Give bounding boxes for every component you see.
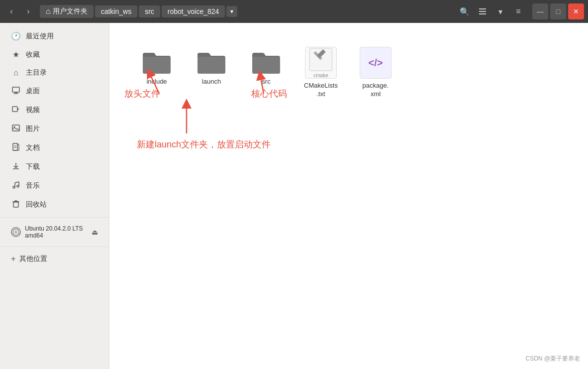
home-icon: ⌂ bbox=[11, 68, 21, 77]
breadcrumb-dropdown[interactable]: ▾ bbox=[226, 6, 237, 17]
file-area: include launch bbox=[109, 23, 588, 369]
folder-icon-include bbox=[141, 47, 173, 75]
sidebar-label-pictures: 图片 bbox=[26, 124, 40, 133]
sidebar-label-desktop: 桌面 bbox=[26, 87, 40, 96]
cmake-icon: cmake bbox=[305, 47, 337, 79]
bookmarks-icon: ★ bbox=[11, 50, 21, 59]
documents-icon bbox=[11, 143, 21, 153]
titlebar: ‹ › ⌂ 用户文件夹 catkin_ws src robot_voice_82… bbox=[0, 0, 588, 23]
svg-line-19 bbox=[15, 182, 19, 183]
svg-rect-1 bbox=[479, 11, 486, 12]
svg-rect-10 bbox=[13, 143, 17, 150]
maximize-button[interactable]: □ bbox=[550, 3, 566, 19]
sidebar-divider bbox=[0, 217, 109, 218]
file-item-src[interactable]: src bbox=[244, 43, 289, 90]
home-icon: ⌂ bbox=[46, 7, 51, 16]
annotation-launch-text: 新建launch文件夹，放置启动文件 bbox=[137, 139, 271, 149]
sidebar-item-pictures[interactable]: 图片 bbox=[3, 120, 106, 138]
sidebar-label-bookmarks: 收藏 bbox=[26, 50, 40, 59]
breadcrumb-src[interactable]: src bbox=[139, 5, 160, 17]
main-area: 🕐 最近使用 ★ 收藏 ⌂ 主目录 桌面 视频 图片 bbox=[0, 23, 588, 369]
file-label-src: src bbox=[262, 78, 270, 86]
back-button[interactable]: ‹ bbox=[4, 4, 19, 19]
sidebar: 🕐 最近使用 ★ 收藏 ⌂ 主目录 桌面 视频 图片 bbox=[0, 23, 109, 369]
file-label-launch: launch bbox=[202, 78, 221, 86]
sidebar-label-trash: 回收站 bbox=[26, 200, 47, 209]
device-label: Ubuntu 20.04.2.0 LTS amd64 bbox=[25, 225, 88, 239]
svg-rect-5 bbox=[13, 94, 18, 94]
videos-icon bbox=[11, 105, 21, 115]
sidebar-item-recent[interactable]: 🕐 最近使用 bbox=[3, 27, 106, 45]
sidebar-item-desktop[interactable]: 桌面 bbox=[3, 82, 106, 100]
titlebar-actions: 🔍 ▾ ≡ bbox=[457, 3, 526, 19]
sidebar-item-bookmarks[interactable]: ★ 收藏 bbox=[3, 46, 106, 63]
svg-rect-0 bbox=[479, 8, 486, 9]
sidebar-item-trash[interactable]: 回收站 bbox=[3, 196, 106, 214]
close-button[interactable]: ✕ bbox=[568, 3, 584, 19]
music-icon bbox=[11, 181, 21, 191]
sidebar-label-recent: 最近使用 bbox=[26, 32, 54, 41]
breadcrumb: ⌂ 用户文件夹 catkin_ws src robot_voice_824 ▾ bbox=[40, 5, 239, 18]
sidebar-label-documents: 文档 bbox=[26, 143, 40, 152]
file-label-package: package.xml bbox=[363, 82, 389, 99]
folder-icon-launch bbox=[196, 47, 227, 75]
sidebar-item-home[interactable]: ⌂ 主目录 bbox=[3, 64, 106, 81]
cmake-text: cmake bbox=[313, 73, 328, 78]
file-label-include: include bbox=[146, 78, 167, 86]
svg-rect-4 bbox=[14, 93, 17, 94]
device-icon bbox=[11, 227, 21, 237]
window-controls: — □ ✕ bbox=[532, 3, 584, 19]
view-dropdown-button[interactable]: ▾ bbox=[492, 3, 508, 19]
folder-icon-src bbox=[250, 47, 282, 75]
sidebar-device-ubuntu[interactable]: Ubuntu 20.04.2.0 LTS amd64 ⏏ bbox=[3, 221, 106, 243]
sidebar-divider-2 bbox=[0, 246, 109, 247]
sidebar-item-music[interactable]: 音乐 bbox=[3, 177, 106, 195]
breadcrumb-src-label: src bbox=[145, 7, 154, 15]
breadcrumb-catkin-label: catkin_ws bbox=[101, 7, 131, 15]
view-list-button[interactable] bbox=[475, 3, 490, 19]
downloads-icon bbox=[11, 162, 21, 172]
xml-tag-icon: </> bbox=[369, 57, 383, 69]
svg-rect-8 bbox=[12, 125, 19, 131]
minimize-button[interactable]: — bbox=[532, 3, 548, 19]
file-item-cmake[interactable]: cmake CMakeLists.txt bbox=[298, 43, 343, 103]
file-item-include[interactable]: include bbox=[134, 43, 179, 90]
svg-point-26 bbox=[15, 231, 17, 233]
breadcrumb-home[interactable]: ⌂ 用户文件夹 bbox=[40, 5, 94, 18]
forward-button[interactable]: › bbox=[21, 4, 36, 19]
breadcrumb-robot-label: robot_voice_824 bbox=[168, 7, 219, 15]
sidebar-label-downloads: 下载 bbox=[26, 162, 40, 171]
breadcrumb-home-label: 用户文件夹 bbox=[53, 7, 88, 16]
breadcrumb-catkin[interactable]: catkin_ws bbox=[95, 5, 137, 17]
menu-button[interactable]: ≡ bbox=[510, 3, 526, 19]
sidebar-item-documents[interactable]: 文档 bbox=[3, 139, 106, 157]
sidebar-item-other-places[interactable]: + 其他位置 bbox=[3, 250, 106, 267]
search-button[interactable]: 🔍 bbox=[457, 3, 473, 19]
watermark: CSDN @栗子要养老 bbox=[525, 355, 580, 363]
sidebar-label-music: 音乐 bbox=[26, 181, 40, 190]
svg-rect-2 bbox=[479, 13, 486, 14]
other-places-label: 其他位置 bbox=[19, 254, 47, 263]
files-grid: include launch bbox=[119, 33, 578, 103]
eject-button[interactable]: ⏏ bbox=[92, 228, 98, 236]
file-item-launch[interactable]: launch bbox=[189, 43, 234, 90]
sidebar-label-videos: 视频 bbox=[26, 106, 40, 115]
breadcrumb-robot[interactable]: robot_voice_824 bbox=[162, 5, 225, 17]
sidebar-item-videos[interactable]: 视频 bbox=[3, 101, 106, 119]
recent-icon: 🕐 bbox=[11, 31, 21, 41]
svg-marker-7 bbox=[17, 108, 19, 110]
svg-rect-20 bbox=[13, 202, 18, 207]
desktop-icon bbox=[11, 86, 21, 96]
svg-rect-3 bbox=[12, 87, 19, 92]
svg-rect-6 bbox=[12, 107, 17, 112]
trash-icon bbox=[11, 200, 21, 210]
pictures-icon bbox=[11, 124, 21, 134]
other-places-icon: + bbox=[11, 254, 15, 263]
sidebar-item-downloads[interactable]: 下载 bbox=[3, 158, 106, 176]
xml-icon: </> bbox=[360, 47, 392, 79]
sidebar-label-home: 主目录 bbox=[26, 68, 47, 77]
list-view-icon bbox=[478, 7, 487, 16]
file-label-cmake: CMakeLists.txt bbox=[304, 82, 338, 99]
file-item-package[interactable]: </> package.xml bbox=[353, 43, 398, 103]
